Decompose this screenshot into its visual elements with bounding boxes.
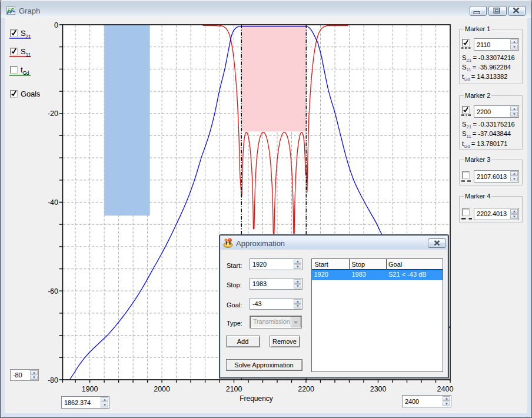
svg-text:2400: 2400 — [437, 385, 454, 393]
svg-text:Frequency: Frequency — [240, 394, 273, 403]
svg-text:-40: -40 — [48, 198, 58, 207]
svg-text:2000: 2000 — [154, 385, 170, 393]
svg-text:0: 0 — [54, 21, 58, 29]
svg-text:2300: 2300 — [370, 385, 387, 393]
svg-text:-20: -20 — [48, 110, 58, 118]
svg-text:-80: -80 — [48, 376, 58, 384]
svg-text:2100: 2100 — [226, 385, 242, 393]
svg-text:-60: -60 — [48, 287, 58, 296]
svg-text:2200: 2200 — [298, 385, 314, 393]
svg-text:1900: 1900 — [82, 385, 98, 393]
